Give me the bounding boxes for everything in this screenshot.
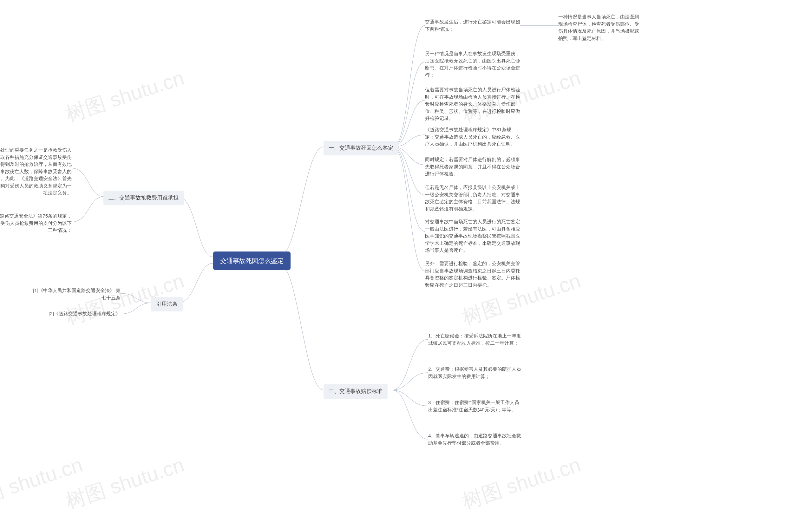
leaf-s3-1: 2、交通费：根据受害人及其必要的陪护人员因就医实际发生的费用计算； bbox=[428, 366, 523, 380]
leaf-s3-0: 1、死亡赔偿金：按受诉法院所在地上一年度城镇居民可支配收入标准，按二十年计算； bbox=[428, 333, 523, 347]
leaf-s1-7: 另外，需要进行检验、鉴定的，公安机关交管部门应自事故现场调查结束之日起三日内委托… bbox=[425, 260, 520, 289]
leaf-s1-4: 同时规定：若需要对尸体进行解剖的，必须事先取得死者家属的同意，并且不得在公众场合… bbox=[425, 156, 520, 178]
leaf-s1-1: 另一种情况是当事人在事故发生现场受重伤，后送医院抢救无效死亡的，由医院出具死亡诊… bbox=[425, 50, 520, 79]
leaf-s1-0: 交通事故发生后，进行死亡鉴定可能会出现如下两种情况： bbox=[425, 19, 520, 33]
watermark: 树图 shutu.cn bbox=[62, 64, 188, 128]
leaf-s1-3: 《道路交通事故处理程序规定》中31条规定：交通事故造成人员死亡的，应经急救、医疗… bbox=[425, 126, 520, 148]
leaf-s3-3: 4、肇事车辆逃逸的，由道路交通事故社会救助基金先行垫付部分或者全部费用。 bbox=[428, 432, 523, 447]
branch-section2[interactable]: 二、交通事故抢救费用谁承担 bbox=[104, 191, 184, 205]
leaf-s3-2: 3、住宿费：住宿费=国家机关一般工作人员出差住宿标准*住宿天数(40元/天)；等… bbox=[428, 399, 523, 413]
leaf-s2-0: 交通事故处理的重要任务之一是抢救受伤人员。要采取各种措施充分保证交通事故受伤人员… bbox=[0, 146, 72, 197]
root-node[interactable]: 交通事故死因怎么鉴定 bbox=[213, 252, 291, 270]
leaf-s1-6: 对交通事故中当场死亡的人员进行的死亡鉴定一般由法医进行，若没有法医，可由具备相应… bbox=[425, 218, 520, 254]
branch-section3[interactable]: 三、交通事故赔偿标准 bbox=[323, 384, 387, 399]
leaf-s1-extra: 一种情况是当事人当场死亡，由法医到现场检查尸体，检查死者受伤部位、受伤具体情况及… bbox=[558, 13, 641, 42]
watermark: 树图 shutu.cn bbox=[459, 451, 584, 515]
leaf-s2-1: 根据《道路交通安全法》第75条的规定，交通事故受伤人员抢救费用的支付分为以下三种… bbox=[0, 212, 72, 234]
connector-lines bbox=[0, 0, 812, 516]
branch-refs[interactable]: 引用法条 bbox=[151, 297, 183, 311]
leaf-ref-0: [1]《中华人民共和国道路交通安全法》 第七十五条 bbox=[30, 287, 120, 301]
branch-section1[interactable]: 一、交通事故死因怎么鉴定 bbox=[323, 141, 398, 155]
watermark: 树图 shutu.cn bbox=[62, 451, 188, 515]
leaf-s1-2: 但若需要对事故当场死亡的人员进行尸体检验时，可在事故现场由检验人员直接进行。在检… bbox=[425, 86, 520, 122]
watermark: 树图 shutu.cn bbox=[0, 451, 86, 515]
leaf-s1-5: 但若是无名尸体，应报县级以上公安机关或上一级公安机关交管部门负责人批准。对交通事… bbox=[425, 184, 520, 212]
leaf-ref-1: [2]《道路交通事故处理程序规定》 bbox=[30, 310, 120, 317]
